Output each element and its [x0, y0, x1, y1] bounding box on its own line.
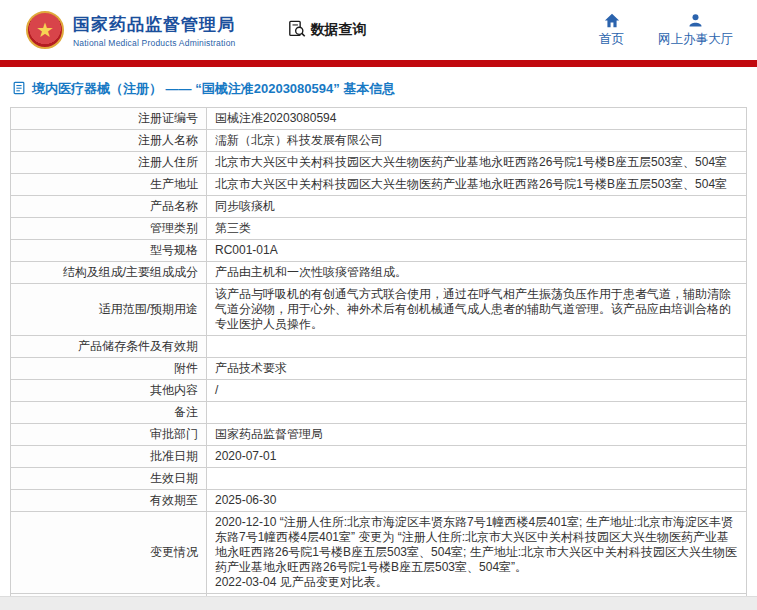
nav-home[interactable]: 首页 [599, 13, 624, 48]
row-label: 注册人住所 [138, 155, 198, 170]
header-nav: 首页 网上办事大厅 [599, 13, 739, 48]
nav-online-hall-label: 网上办事大厅 [658, 31, 733, 48]
row-value [207, 468, 747, 490]
table-row: 生效日期 [10, 468, 747, 490]
data-query-label: 数据查询 [311, 21, 367, 39]
top-header: ★ 国家药品监督管理局 National Medical Products Ad… [0, 0, 757, 60]
row-value: 产品技术要求 [207, 358, 747, 380]
table-row: 其他内容 / [10, 380, 747, 402]
row-label: 附件 [174, 361, 198, 376]
brand-block: 国家药品监督管理局 National Medical Products Admi… [73, 13, 236, 48]
row-label: 生效日期 [150, 471, 198, 486]
table-row: 管理类别 第三类 [10, 218, 747, 240]
row-label-cell: 管理类别 [10, 218, 207, 240]
agency-title: 国家药品监督管理局 [73, 13, 236, 36]
data-query-nav[interactable]: 数据查询 [288, 20, 367, 41]
row-label-cell: 其他内容 [10, 380, 207, 402]
row-value: 同步咳痰机 [207, 196, 747, 218]
info-table: 注册证编号 国械注准20203080594 注册人名称 濡新（北京）科技发展有限… [10, 107, 747, 610]
row-label: 其他内容 [150, 383, 198, 398]
row-value: 2025-06-30 [207, 490, 747, 512]
national-emblem-logo: ★ [26, 11, 64, 49]
row-value: 国家药品监督管理局 [207, 424, 747, 446]
table-row: 适用范围/预期用途 该产品与呼吸机的有创通气方式联合使用，通过在呼气相产生振荡负… [10, 284, 747, 336]
row-label: 注册证编号 [138, 111, 198, 126]
table-row: 结构及组成/主要组成成分 产品由主机和一次性咳痰管路组成。 [10, 262, 747, 284]
row-value: 北京市大兴区中关村科技园区大兴生物医药产业基地永旺西路26号院1号楼B座五层50… [207, 152, 747, 174]
row-label: 产品名称 [150, 199, 198, 214]
row-label-cell: 有效期至 [10, 490, 207, 512]
row-label: 型号规格 [150, 243, 198, 258]
row-label-cell: 生效日期 [10, 468, 207, 490]
row-label: 审批部门 [150, 427, 198, 442]
nav-online-hall[interactable]: 网上办事大厅 [658, 13, 733, 48]
row-value: RC001-01A [207, 240, 747, 262]
emblem-star-icon: ★ [36, 20, 54, 40]
row-value [207, 402, 747, 424]
row-label: 有效期至 [150, 493, 198, 508]
row-label: 适用范围/预期用途 [99, 302, 198, 317]
table-row: 注册人住所 北京市大兴区中关村科技园区大兴生物医药产业基地永旺西路26号院1号楼… [10, 152, 747, 174]
document-icon [12, 81, 26, 98]
row-label: 产品储存条件及有效期 [78, 339, 198, 354]
row-label-cell: 型号规格 [10, 240, 207, 262]
row-label-cell: 附件 [10, 358, 207, 380]
table-row: 批准日期 2020-07-01 [10, 446, 747, 468]
table-row: 有效期至 2025-06-30 [10, 490, 747, 512]
row-label-cell: 生产地址 [10, 174, 207, 196]
table-row: 注册证编号 国械注准20203080594 [10, 107, 747, 130]
page-title: 境内医疗器械（注册） —— “国械注准20203080594” 基本信息 [32, 80, 395, 98]
row-label-cell: 批准日期 [10, 446, 207, 468]
row-value: 第三类 [207, 218, 747, 240]
row-value [207, 336, 747, 358]
row-label: 批准日期 [150, 449, 198, 464]
row-value: 该产品与呼吸机的有创通气方式联合使用，通过在呼气相产生振荡负压作用于患者气道，辅… [207, 284, 747, 336]
table-row: 变更情况 2020-12-10 “注册人住所:北京市海淀区丰贤东路7号1幢西楼4… [10, 512, 747, 594]
row-value: 濡新（北京）科技发展有限公司 [207, 130, 747, 152]
row-value: 北京市大兴区中关村科技园区大兴生物医药产业基地永旺西路26号院1号楼B座五层50… [207, 174, 747, 196]
home-icon [604, 13, 620, 28]
row-label-cell: 注册证编号 [10, 107, 207, 130]
data-query-icon [288, 20, 306, 41]
row-label-cell: 产品储存条件及有效期 [10, 336, 207, 358]
footer-strip [0, 596, 757, 610]
nav-home-label: 首页 [599, 31, 624, 48]
row-label: 变更情况 [150, 545, 198, 560]
row-label-cell: 适用范围/预期用途 [10, 284, 207, 336]
table-row: 型号规格 RC001-01A [10, 240, 747, 262]
table-row: 附件 产品技术要求 [10, 358, 747, 380]
row-label: 注册人名称 [138, 133, 198, 148]
row-label: 备注 [174, 405, 198, 420]
table-row: 生产地址 北京市大兴区中关村科技园区大兴生物医药产业基地永旺西路26号院1号楼B… [10, 174, 747, 196]
row-label: 生产地址 [150, 177, 198, 192]
row-label-cell: 审批部门 [10, 424, 207, 446]
table-row: 注册人名称 濡新（北京）科技发展有限公司 [10, 130, 747, 152]
row-value: / [207, 380, 747, 402]
row-label-cell: 变更情况 [10, 512, 207, 594]
person-icon [688, 13, 703, 28]
header-accent-bar [0, 60, 757, 67]
row-value: 2020-12-10 “注册人住所:北京市海淀区丰贤东路7号1幢西楼4层401室… [207, 512, 747, 594]
table-row: 产品名称 同步咳痰机 [10, 196, 747, 218]
table-row: 审批部门 国家药品监督管理局 [10, 424, 747, 446]
row-value: 2020-07-01 [207, 446, 747, 468]
page-title-bar: 境内医疗器械（注册） —— “国械注准20203080594” 基本信息 [0, 67, 757, 107]
table-row: 产品储存条件及有效期 [10, 336, 747, 358]
row-label: 管理类别 [150, 221, 198, 236]
row-label-cell: 注册人住所 [10, 152, 207, 174]
row-label-cell: 产品名称 [10, 196, 207, 218]
row-label-cell: 备注 [10, 402, 207, 424]
table-row: 备注 [10, 402, 747, 424]
row-label-cell: 结构及组成/主要组成成分 [10, 262, 207, 284]
row-label: 结构及组成/主要组成成分 [63, 265, 198, 280]
row-value: 产品由主机和一次性咳痰管路组成。 [207, 262, 747, 284]
row-value: 国械注准20203080594 [207, 107, 747, 130]
agency-subtitle: National Medical Products Administration [73, 38, 236, 48]
row-label-cell: 注册人名称 [10, 130, 207, 152]
